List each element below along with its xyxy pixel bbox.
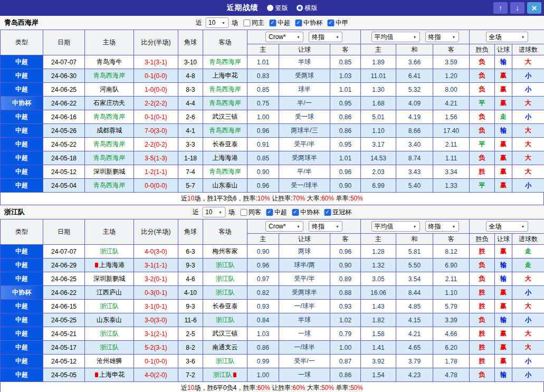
away-team[interactable]: 上海申花	[203, 69, 247, 83]
league-type: 中协杯	[1, 97, 43, 110]
away-team[interactable]: 青岛西海岸	[203, 83, 247, 97]
away-team[interactable]: 南通支云	[203, 341, 247, 355]
avg-away-odds: 8.00	[433, 83, 470, 97]
avg-home-odds: 3.05	[361, 272, 396, 286]
home-team[interactable]: 青岛西海岸	[85, 138, 134, 151]
away-team[interactable]: 浙江队	[203, 355, 247, 368]
away-team[interactable]: 梅州客家	[203, 245, 247, 259]
close-button[interactable]: ×	[527, 2, 541, 14]
filter-checkbox[interactable]: ✓中超	[266, 208, 287, 217]
home-team[interactable]: 江西庐山	[85, 286, 134, 300]
result-handicap: 赢	[495, 341, 512, 355]
away-team[interactable]: 青岛西海岸	[203, 124, 247, 138]
layout-radio-horizontal[interactable]: 横版	[297, 4, 318, 13]
radio-icon[interactable]	[267, 5, 273, 11]
average-select[interactable]: 平均值 ▼	[371, 221, 420, 232]
result-handicap: 输	[495, 272, 512, 286]
home-team[interactable]: 浙江队	[85, 245, 134, 259]
away-team[interactable]: 青岛西海岸	[203, 165, 247, 179]
checkbox-checked-icon[interactable]: ✓	[327, 20, 334, 26]
home-team[interactable]: 成都蓉城	[85, 124, 134, 138]
filter-checkbox[interactable]: ✓中超	[269, 18, 290, 27]
home-team[interactable]: 浙江队	[85, 341, 134, 355]
home-team[interactable]: 青岛西海岸	[85, 179, 134, 193]
filter-checkbox[interactable]: ✓中甲	[327, 18, 348, 27]
avg-draw-odds: 8.44	[396, 286, 433, 300]
home-team[interactable]: 青岛西海岸	[85, 110, 134, 124]
filter-checkbox[interactable]: ✓中协杯	[292, 208, 319, 217]
column-header-away: 客场	[203, 219, 247, 245]
final-odds-select[interactable]: 终指 ▼	[309, 32, 342, 42]
home-team[interactable]: 青岛海牛	[85, 55, 134, 69]
away-team[interactable]: 长春亚泰	[203, 300, 247, 313]
checkbox-unchecked-icon[interactable]	[240, 209, 247, 216]
checkbox-checked-icon[interactable]: ✓	[292, 209, 299, 216]
filter-checkbox[interactable]: ✓亚冠杯	[324, 208, 351, 217]
home-team[interactable]: 沧州雄狮	[85, 355, 134, 368]
odds-provider-select[interactable]: Crow* ▼	[265, 32, 303, 42]
final-index-select[interactable]: 终指 ▼	[425, 221, 459, 232]
home-team[interactable]: 上海申花	[85, 368, 134, 382]
column-header-away: 客场	[203, 30, 247, 55]
radio-icon[interactable]	[297, 5, 303, 11]
corner-count: 4-1	[178, 124, 203, 138]
away-team[interactable]: 浙江队	[203, 259, 247, 272]
fulltime-select[interactable]: 全场 ▼	[486, 221, 528, 232]
checkbox-checked-icon[interactable]: ✓	[324, 209, 331, 216]
checkbox-checked-icon[interactable]: ✓	[269, 20, 276, 26]
away-team[interactable]: 上海海港	[203, 151, 247, 165]
away-team[interactable]: 浙江队	[203, 368, 247, 382]
scroll-down-button[interactable]: ↓	[510, 2, 524, 14]
away-team[interactable]: 青岛西海岸	[203, 55, 247, 69]
fulltime-select[interactable]: 全场 ▼	[486, 32, 528, 42]
home-odds: 0.96	[247, 259, 279, 272]
away-team[interactable]: 浙江队	[203, 272, 247, 286]
match-date: 24-06-30	[43, 69, 85, 83]
home-team[interactable]: 浙江队	[85, 327, 134, 341]
home-team[interactable]: 山东泰山	[85, 313, 134, 327]
away-team[interactable]: 青岛西海岸	[203, 97, 247, 110]
home-team[interactable]: 石家庄功夫	[85, 97, 134, 110]
league-type: 中超	[1, 300, 43, 313]
checkbox-unchecked-icon[interactable]	[243, 20, 250, 26]
filter-checkbox[interactable]: 同主	[243, 18, 264, 27]
home-team[interactable]: 河南队	[85, 83, 134, 97]
home-team[interactable]: 青岛西海岸	[85, 151, 134, 165]
home-team[interactable]: 上海海港	[85, 259, 134, 272]
filter-checkbox[interactable]: 同客	[240, 208, 261, 217]
checkbox-checked-icon[interactable]: ✓	[266, 209, 273, 216]
result-winloss: 平	[470, 97, 495, 110]
summary-segment: 50%	[321, 384, 334, 391]
summary-segment: 50%	[350, 384, 363, 391]
home-odds: 0.97	[247, 272, 279, 286]
match-count-select[interactable]: 10 ▼	[205, 17, 228, 28]
result-handicap: 输	[495, 368, 512, 382]
away-team[interactable]: 长春亚泰	[203, 138, 247, 151]
final-odds-select[interactable]: 终指 ▼	[309, 221, 342, 232]
match-row: 中超24-05-21浙江队3-1(2-1)2-5武汉三镇1.03一球0.791.…	[1, 327, 544, 341]
average-select[interactable]: 平均值 ▼	[371, 32, 420, 42]
away-team[interactable]: 浙江队	[203, 286, 247, 300]
layout-radio-vertical[interactable]: 竖版	[267, 4, 288, 13]
home-team[interactable]: 青岛西海岸	[85, 69, 134, 83]
scroll-up-button[interactable]: ↑	[493, 2, 508, 14]
match-count-select[interactable]: 10 ▼	[202, 207, 225, 217]
odds-provider-select[interactable]: Crow* ▼	[265, 221, 303, 232]
team-section-zhejiang: 浙江队 近 10 ▼ 场 同客✓中超✓中协杯✓亚冠杯 类型 日期 主场 比分(半…	[0, 205, 544, 392]
away-team[interactable]: 武汉三镇	[203, 327, 247, 341]
checkbox-checked-icon[interactable]: ✓	[295, 20, 302, 26]
away-team[interactable]: 浙江队	[203, 313, 247, 327]
filter-checkbox[interactable]: ✓中协杯	[295, 18, 322, 27]
away-team[interactable]: 山东泰山	[203, 179, 247, 193]
match-row: 中超24-06-25河南队1-0(0-0)8-3青岛西海岸0.85球半1.011…	[1, 83, 544, 97]
home-team[interactable]: 深圳新鹏城	[85, 272, 134, 286]
home-team[interactable]: 浙江队	[85, 300, 134, 313]
page-title: 近期战绩	[227, 3, 259, 13]
avg-draw-odds: 3.79	[396, 355, 433, 368]
final-index-select[interactable]: 终指 ▼	[425, 32, 459, 42]
result-goals: 走	[512, 245, 544, 259]
score: 1-0(0-0)	[134, 83, 178, 97]
match-row: 中超24-05-22青岛西海岸2-2(0-2)3-3长春亚泰0.91受平/半0.…	[1, 138, 544, 151]
away-team[interactable]: 武汉三镇	[203, 110, 247, 124]
home-team[interactable]: 深圳新鹏城	[85, 165, 134, 179]
